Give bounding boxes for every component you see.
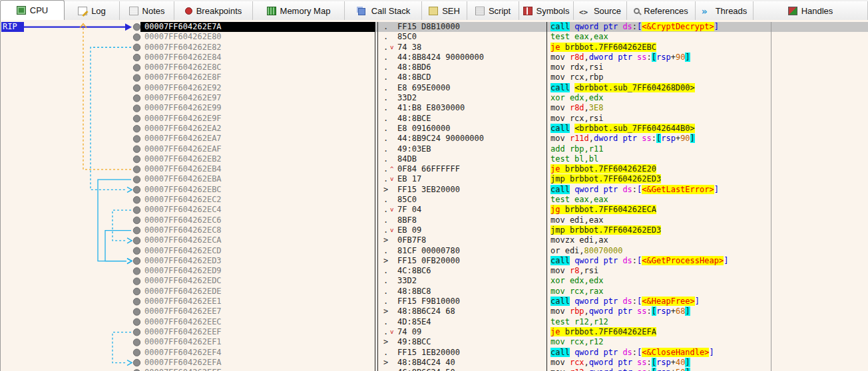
disasm-row[interactable]: 00007FF604262EF1>49:8BCCmov rcx,r12 — [1, 337, 868, 347]
disasm-cell: mov r11d,dword ptr ss:[rsp+90] — [546, 134, 771, 144]
breakpoint-dot[interactable] — [133, 227, 140, 233]
tab-memory-map[interactable]: Memory Map — [253, 1, 345, 20]
disasm-token: ] — [685, 358, 690, 367]
disasm-row[interactable]: 00007FF604262E8C.48:8BD6mov rdx,rsi — [1, 62, 868, 72]
disasm-row[interactable]: 00007FF604262ED9.4C:8BC6mov r8,rsi — [1, 266, 868, 276]
breakpoint-dot[interactable] — [133, 84, 140, 91]
breakpoint-dot[interactable] — [133, 299, 140, 305]
breakpoint-dot[interactable] — [133, 186, 140, 193]
breakpoint-dot[interactable] — [133, 115, 140, 122]
disasm-row[interactable]: 00007FF604262EDC.33D2xor edx,edx — [1, 276, 868, 286]
disasm-row[interactable]: 00007FF604262EBA.vEB 17jmp brbbot.7FF604… — [1, 174, 868, 184]
bytes-cell: >0FB7F8 — [378, 235, 546, 245]
bytes-cell: .84DB — [378, 154, 546, 164]
breakpoint-dot[interactable] — [133, 54, 140, 61]
tab-source[interactable]: Source — [574, 1, 627, 20]
breakpoint-dot[interactable] — [133, 309, 140, 315]
disasm-token: ds — [622, 348, 632, 357]
disasm-row[interactable]: 00007FF604262EDE.48:8BC8mov rcx,rax — [1, 287, 868, 297]
disasm-row[interactable]: 00007FF604262ED3>FF15 0FB20000call qword… — [1, 256, 868, 266]
disasm-row[interactable]: 00007FF604262EB2.84DBtest bl,bl — [1, 154, 868, 164]
disasm-row[interactable]: 00007FF604262EA7.44:8B9C24 90000000mov r… — [1, 134, 868, 144]
breakpoint-dot[interactable] — [133, 237, 140, 244]
breakpoint-dot[interactable] — [133, 207, 140, 213]
breakpoint-dot[interactable] — [133, 95, 140, 102]
breakpoint-dot[interactable] — [133, 278, 140, 285]
disasm-row[interactable]: 00007FF604262EFA>48:8B4C24 40mov rcx,qwo… — [1, 358, 868, 368]
disasm-row[interactable]: 00007FF604262EBC>FF15 3EB20000call qword… — [1, 185, 868, 195]
graph-cell — [1, 327, 140, 337]
breakpoint-dot[interactable] — [133, 44, 140, 51]
disasm-row[interactable]: 00007FF604262E92.E8 695E0000call <brbbot… — [1, 83, 868, 93]
breakpoint-dot[interactable] — [133, 23, 140, 30]
graph-cell — [1, 287, 140, 297]
disasm-row[interactable]: 00007FF604262E97.33D2xor edx,edx — [1, 93, 868, 103]
disasm-row[interactable]: 00007FF604262E8F.48:8BCDmov rcx,rbp — [1, 72, 868, 82]
disasm-row[interactable]: 00007FF604262EE7>48:8B6C24 68mov rbp,qwo… — [1, 307, 868, 316]
disasm-row[interactable]: 00007FF604262EFF.4C:8B6C24 50mov r12,qwo… — [1, 368, 868, 371]
tab-handles[interactable]: Handles — [754, 1, 868, 20]
breakpoint-dot[interactable] — [133, 125, 140, 132]
breakpoint-dot[interactable] — [133, 197, 140, 203]
breakpoint-dot[interactable] — [133, 166, 140, 173]
disasm-row[interactable]: 00007FF604262E80.85C0test eax,eax — [1, 32, 868, 42]
breakpoint-dot[interactable] — [133, 328, 140, 335]
disasm-token: xor edx,edx — [550, 276, 603, 285]
tab-call-stack[interactable]: Call Stack — [345, 1, 422, 20]
disasm-row[interactable]: 00007FF604262EEF.v74 09je brbbot.7FF6042… — [1, 327, 868, 337]
instruction-dot-mark: . — [383, 287, 390, 297]
disasm-row[interactable]: 00007FF604262EAF.49:03EBadd rbp,r11 — [1, 144, 868, 154]
disasm-row[interactable]: 00007FF604262EA2.E8 09160000call <brbbot… — [1, 124, 868, 134]
tab-cpu[interactable]: CPU — [0, 0, 65, 20]
breakpoint-dot[interactable] — [133, 217, 140, 223]
disasm-row[interactable]: 00007FF604262EC8.vEB 09jmp brbbot.7FF604… — [1, 225, 868, 235]
bytes-cell: .48:8BCE — [378, 114, 546, 124]
address-cell: 00007FF604262E82 — [140, 43, 375, 53]
breakpoint-dot[interactable] — [133, 318, 140, 325]
breakpoint-dot[interactable] — [133, 156, 140, 162]
breakpoint-dot[interactable] — [133, 34, 140, 41]
comment-cell — [771, 368, 868, 371]
disasm-row[interactable]: 00007FF604262E82.v74 38je brbbot.7FF6042… — [1, 43, 868, 53]
disasm-row[interactable]: 00007FF604262EC2.85C0test eax,eax — [1, 195, 868, 205]
comment-cell — [771, 225, 868, 235]
disasm-row[interactable]: 00007FF604262EB4.^0F84 66FFFFFFje brbbot… — [1, 164, 868, 174]
disasm-row[interactable]: 00007FF604262EF4.FF15 1EB20000call qword… — [1, 348, 868, 358]
breakpoint-dot[interactable] — [133, 136, 140, 142]
disasm-row[interactable]: 00007FF604262ECA>0FB7F8movzx edi,ax — [1, 235, 868, 245]
breakpoint-dot[interactable] — [133, 247, 140, 254]
breakpoint-dot[interactable] — [133, 359, 140, 366]
breakpoint-dot[interactable] — [133, 339, 140, 346]
breakpoint-dot[interactable] — [133, 176, 140, 183]
disasm-row[interactable]: 00007FF604262EEC.4D:85E4test r12,r12 — [1, 317, 868, 327]
tab-seh[interactable]: SEH — [422, 1, 467, 20]
tab-script[interactable]: Script — [467, 1, 519, 20]
graph-cell — [1, 114, 140, 124]
disasm-token: ] — [685, 53, 690, 62]
disasm-row[interactable]: 00007FF604262E84.44:8B8424 90000000mov r… — [1, 53, 868, 62]
breakpoint-dot[interactable] — [133, 257, 140, 264]
disasm-row[interactable]: 00007FF604262E9F.48:8BCEmov rcx,rsi — [1, 114, 868, 124]
tab-log[interactable]: Log — [65, 1, 120, 20]
opcode-bytes: 4D:85E4 — [397, 317, 431, 326]
breakpoint-dot[interactable] — [133, 349, 140, 356]
breakpoint-dot[interactable] — [133, 105, 140, 112]
breakpoint-dot[interactable] — [133, 146, 140, 152]
tab-threads[interactable]: Threads — [696, 1, 754, 20]
tab-symbols[interactable]: Symbols — [519, 1, 574, 20]
breakpoint-dot[interactable] — [133, 64, 140, 71]
disasm-row[interactable]: 00007FF604262E7A.FF15 D8B10000call qword… — [1, 22, 868, 32]
breakpoint-dot[interactable] — [133, 268, 140, 275]
disasm-row[interactable]: 00007FF604262EC6.8BF8mov edi,eax — [1, 215, 868, 225]
tab-references[interactable]: References — [627, 1, 696, 20]
disasm-row[interactable]: 00007FF604262EE1.FF15 F9B10000call qword… — [1, 297, 868, 307]
bytes-cell: >48:8B4C24 40 — [378, 358, 546, 368]
breakpoint-dot[interactable] — [133, 74, 140, 81]
disasm-row[interactable]: 00007FF604262E99.41:B8 E8030000mov r8d,3… — [1, 103, 868, 113]
tab-breakpoints[interactable]: Breakpoints — [174, 1, 253, 20]
opcode-bytes: E8 09160000 — [397, 124, 450, 133]
disasm-row[interactable]: 00007FF604262ECD.81CF 00000780or edi,800… — [1, 246, 868, 256]
breakpoint-dot[interactable] — [133, 288, 140, 295]
disasm-row[interactable]: 00007FF604262EC4.v7F 04jg brbbot.7FF6042… — [1, 205, 868, 215]
tab-notes[interactable]: Notes — [120, 1, 174, 20]
